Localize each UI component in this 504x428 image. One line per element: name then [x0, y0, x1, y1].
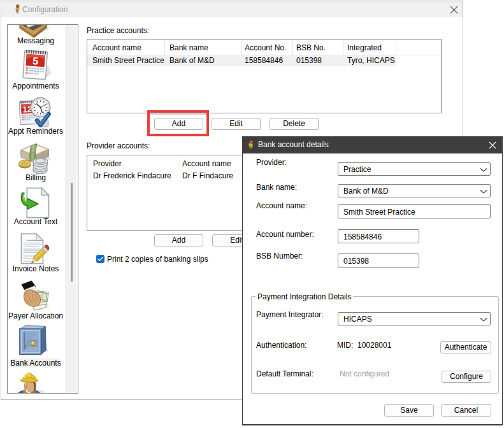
svg-text:5: 5 [32, 55, 38, 67]
